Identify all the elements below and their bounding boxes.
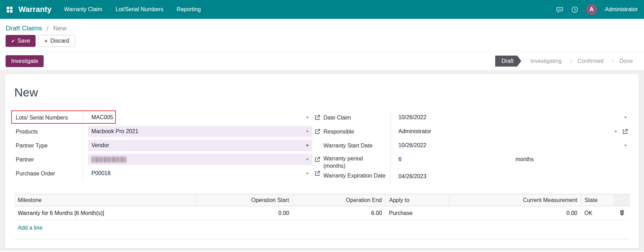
header-operation-end[interactable]: Operation End — [293, 194, 385, 206]
warranty-start-date-value: 10/26/2022 — [398, 142, 426, 149]
header-operation-start[interactable]: Operation Start — [196, 194, 293, 206]
messages-icon[interactable] — [556, 6, 563, 13]
warranty-period-suffix-wrap: months — [513, 154, 630, 165]
user-avatar[interactable]: A — [586, 4, 597, 15]
field-date-claim: Date Claim 10/26/2022 — [322, 110, 630, 124]
header-current-measurement[interactable]: Current Measurement — [449, 194, 581, 206]
header-state[interactable]: State — [581, 194, 614, 206]
select-chevron-icon[interactable] — [306, 145, 309, 146]
warranty-period-value: 6 — [398, 156, 402, 163]
table-header-row: Milestone Operation Start Operation End … — [14, 194, 630, 206]
field-partner-type: Partner Type Vendor — [14, 138, 322, 152]
external-link-icon[interactable] — [312, 157, 322, 163]
menu-item-warranty-claim[interactable]: Warranty Claim — [64, 6, 103, 13]
statusbar: Investigate Draft Investigating Confirme… — [0, 52, 644, 70]
chevron-right-icon — [609, 58, 614, 63]
external-link-icon[interactable] — [312, 171, 322, 177]
menu-item-reporting[interactable]: Reporting — [177, 6, 201, 13]
dropdown-caret-icon[interactable] — [624, 117, 627, 118]
partner-type-select[interactable]: Vendor — [88, 140, 312, 151]
table-row[interactable]: Warranty for 6 Months [6 Month(s)] 0.00 … — [14, 206, 630, 220]
breadcrumb-current: New — [53, 24, 66, 32]
field-responsible: Responsible Administrator — [322, 124, 630, 138]
record-title: New — [14, 86, 630, 99]
add-line-row: Add a line — [14, 220, 630, 234]
cell-operation-end[interactable]: 6.00 — [293, 206, 385, 220]
cell-apply-to[interactable]: Purchase — [385, 206, 449, 220]
warranty-period-unit: months — [516, 156, 534, 163]
stage-draft[interactable]: Draft — [495, 56, 521, 67]
dropdown-caret-icon[interactable] — [306, 159, 309, 160]
field-label: Responsible — [322, 128, 390, 135]
record-toolbar: ✔ Save ✕ Discard — [0, 35, 644, 52]
apps-menu-icon[interactable] — [6, 6, 13, 13]
warranty-start-date-input[interactable]: 10/26/2022 — [396, 140, 630, 151]
stage-done[interactable]: Done — [614, 56, 638, 67]
field-warranty-start-date: Warranty Start Date 10/26/2022 — [322, 138, 630, 152]
field-label: Warranty Expiration Date — [322, 170, 390, 179]
breadcrumb-draft-claims[interactable]: Draft Claims — [6, 24, 42, 32]
partner-input[interactable] — [88, 154, 312, 165]
save-button[interactable]: ✔ Save — [6, 35, 36, 47]
external-link-icon[interactable] — [312, 129, 322, 135]
save-button-label: Save — [17, 38, 30, 44]
date-claim-value: 10/26/2022 — [398, 114, 426, 121]
field-products: Products Macbook Pro 2021 — [14, 124, 322, 138]
lots-serial-numbers-value: MAC005 — [91, 114, 113, 121]
main-menu: Warranty Claim Lot/Serial Numbers Report… — [64, 6, 201, 13]
discard-button[interactable]: ✕ Discard — [38, 35, 75, 47]
dropdown-caret-icon[interactable] — [306, 173, 309, 174]
content-area: New Lots/ Serial Numbers MAC005 — [0, 70, 644, 251]
chevron-right-icon — [567, 58, 572, 63]
field-partner: Partner — [14, 152, 322, 166]
field-warranty-expiration-date: Warranty Expiration Date 04/26/2023 — [322, 170, 630, 183]
section-divider — [14, 239, 630, 239]
investigate-button[interactable]: Investigate — [6, 55, 44, 67]
header-milestone[interactable]: Milestone — [14, 194, 196, 206]
form-left-column: Lots/ Serial Numbers MAC005 Products — [14, 110, 322, 183]
stage-confirmed[interactable]: Confirmed — [572, 56, 609, 67]
warranty-period-input[interactable]: 6 — [396, 154, 513, 165]
field-label: Warranty period (months) — [322, 152, 390, 170]
cell-operation-start[interactable]: 0.00 — [196, 206, 293, 220]
menu-item-lot-serial-numbers[interactable]: Lot/Serial Numbers — [115, 6, 163, 13]
header-actions[interactable] — [614, 194, 630, 206]
delete-row-icon[interactable] — [619, 210, 625, 215]
lots-serial-numbers-input[interactable]: MAC005 — [88, 112, 312, 123]
external-link-icon[interactable] — [312, 115, 322, 121]
breadcrumb: Draft Claims / New — [0, 19, 644, 35]
external-link-icon[interactable] — [620, 129, 630, 135]
form-sheet: New Lots/ Serial Numbers MAC005 — [5, 73, 639, 249]
partner-type-value: Vendor — [91, 142, 109, 149]
cell-milestone[interactable]: Warranty for 6 Months [6 Month(s)] — [14, 206, 196, 220]
form-right-column: Date Claim 10/26/2022 Responsible Admini… — [322, 110, 630, 183]
field-label: Purchase Order — [14, 170, 83, 177]
dropdown-caret-icon[interactable] — [306, 131, 309, 132]
add-a-line-link[interactable]: Add a line — [18, 225, 43, 231]
milestones-table: Milestone Operation Start Operation End … — [14, 194, 630, 234]
cell-state[interactable]: OK — [581, 206, 614, 220]
form-fields: Lots/ Serial Numbers MAC005 Products — [14, 110, 630, 183]
responsible-input[interactable]: Administrator — [396, 126, 620, 137]
dropdown-caret-icon[interactable] — [306, 117, 309, 118]
user-name[interactable]: Administrator — [605, 6, 638, 13]
purchase-order-input[interactable]: P00018 — [88, 168, 312, 179]
date-claim-input[interactable]: 10/26/2022 — [396, 112, 630, 123]
field-purchase-order: Purchase Order P00018 — [14, 166, 322, 180]
activities-clock-icon[interactable] — [571, 6, 578, 13]
app-title[interactable]: Warranty — [18, 5, 52, 14]
top-navbar: Warranty Warranty Claim Lot/Serial Numbe… — [0, 0, 644, 19]
field-lots-serial-numbers: Lots/ Serial Numbers MAC005 — [14, 110, 322, 124]
cell-current-measurement[interactable]: 0.00 — [449, 206, 581, 220]
products-input[interactable]: Macbook Pro 2021 — [88, 126, 312, 137]
stage-investigating[interactable]: Investigating — [525, 56, 567, 67]
purchase-order-value: P00018 — [91, 170, 111, 177]
dropdown-caret-icon[interactable] — [614, 131, 617, 132]
discard-button-label: Discard — [50, 38, 69, 44]
dropdown-caret-icon[interactable] — [624, 145, 627, 146]
check-icon: ✔ — [11, 38, 15, 44]
cross-icon: ✕ — [44, 38, 48, 44]
warranty-expiration-date-value: 04/26/2023 — [396, 171, 630, 182]
header-apply-to[interactable]: Apply to — [385, 194, 449, 206]
partner-value-redacted — [91, 157, 126, 163]
